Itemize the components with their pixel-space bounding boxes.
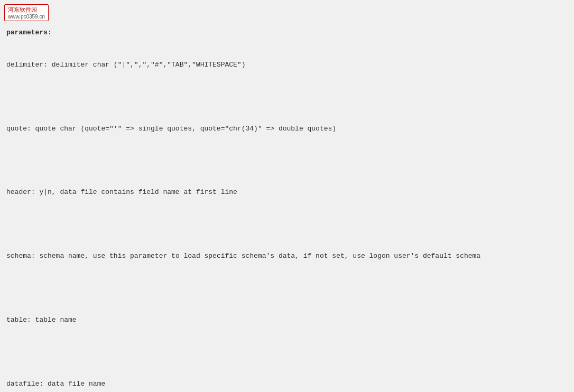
line-blank3 [6,219,568,230]
line-quote: quote: quote char (quote="'" => single q… [6,124,568,134]
watermark-line2: www.pc0359.cn [8,14,45,20]
watermark: 河东软件园 www.pc0359.cn [4,4,49,21]
line-blank1 [6,91,568,102]
line-blank5 [6,347,568,358]
line-blank2 [6,155,568,166]
watermark-line1: 河东软件园 [8,6,45,14]
line-table: table: table name [6,315,568,325]
line-delimiter: delimiter: delimiter char ("|",",","#","… [6,60,568,70]
line-datafile: datafile: data file name [6,379,568,389]
line-blank4 [6,283,568,294]
help-content: parameters: delimiter: delimiter char ("… [6,4,568,392]
line-header: header: y|n, data file contains field na… [6,187,568,198]
parameters-title: parameters: [6,27,568,38]
line-schema: schema: schema name, use this parameter … [6,251,568,262]
